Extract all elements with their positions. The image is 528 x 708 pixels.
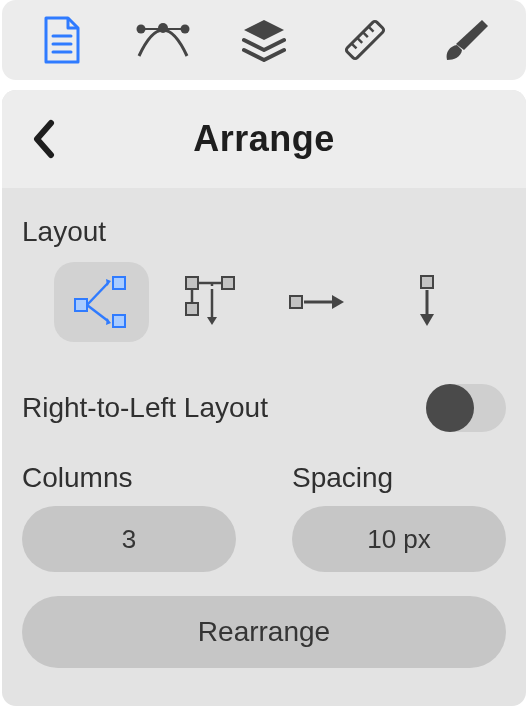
svg-rect-12 — [75, 299, 87, 311]
svg-line-9 — [357, 38, 362, 43]
columns-input[interactable] — [22, 506, 236, 572]
layout-vertical-icon — [415, 274, 439, 330]
svg-rect-19 — [186, 277, 198, 289]
ruler-tab[interactable] — [337, 12, 393, 68]
layout-tree-icon — [182, 275, 238, 329]
brush-tab[interactable] — [438, 12, 494, 68]
rtl-switch[interactable] — [426, 384, 506, 432]
svg-rect-27 — [290, 296, 302, 308]
spacing-field: Spacing — [292, 462, 506, 572]
layout-flow[interactable] — [54, 262, 149, 342]
svg-rect-20 — [222, 277, 234, 289]
fields-row: Columns Spacing — [22, 462, 506, 572]
spacing-input[interactable] — [292, 506, 506, 572]
layout-horizontal[interactable] — [271, 262, 366, 342]
layers-icon — [240, 18, 288, 62]
svg-rect-21 — [186, 303, 198, 315]
rtl-label: Right-to-Left Layout — [22, 392, 268, 424]
svg-line-11 — [368, 27, 373, 32]
layout-label: Layout — [22, 216, 506, 248]
switch-knob — [426, 384, 474, 432]
ruler-icon — [341, 16, 389, 64]
panel-title: Arrange — [2, 118, 526, 160]
svg-rect-30 — [421, 276, 433, 288]
vector-icon — [135, 18, 191, 62]
svg-line-17 — [87, 305, 108, 321]
svg-rect-7 — [345, 20, 385, 60]
svg-rect-14 — [113, 315, 125, 327]
document-tab[interactable] — [34, 12, 90, 68]
rearrange-button[interactable]: Rearrange — [22, 596, 506, 668]
layout-options — [22, 256, 506, 348]
layout-vertical[interactable] — [380, 262, 475, 342]
brush-icon — [442, 16, 490, 64]
columns-field: Columns — [22, 462, 236, 572]
svg-rect-13 — [113, 277, 125, 289]
spacing-label: Spacing — [292, 462, 506, 494]
columns-label: Columns — [22, 462, 236, 494]
layout-tree[interactable] — [163, 262, 258, 342]
panel-header: Arrange — [2, 90, 526, 188]
svg-line-8 — [351, 44, 356, 49]
rtl-row: Right-to-Left Layout — [22, 384, 506, 432]
panel-body: Layout — [2, 188, 526, 706]
document-icon — [42, 16, 82, 64]
layout-flow-icon — [73, 275, 129, 329]
svg-marker-32 — [420, 314, 434, 326]
svg-marker-25 — [207, 317, 217, 325]
svg-line-10 — [363, 32, 368, 37]
svg-line-15 — [87, 283, 108, 305]
vector-tab[interactable] — [135, 12, 191, 68]
arrange-panel: Arrange Layout — [2, 90, 526, 706]
layers-tab[interactable] — [236, 12, 292, 68]
tabbar — [2, 0, 526, 80]
back-button[interactable] — [16, 111, 72, 167]
svg-marker-29 — [332, 295, 344, 309]
layout-horizontal-icon — [288, 290, 348, 314]
chevron-left-icon — [31, 119, 57, 159]
